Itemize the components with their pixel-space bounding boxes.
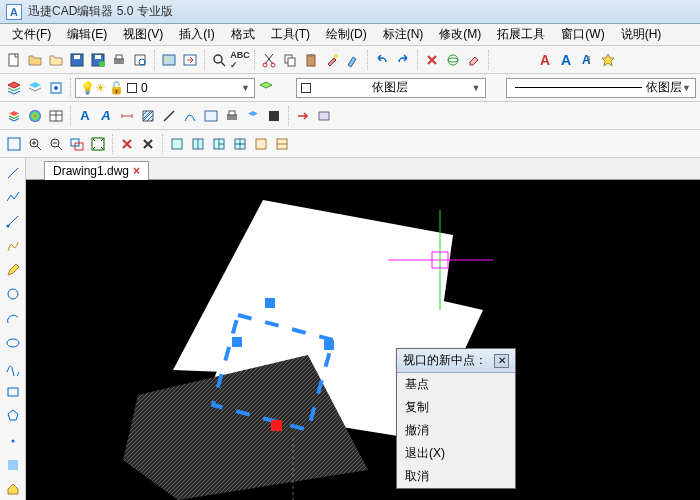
ellipse-button[interactable] bbox=[2, 333, 24, 354]
menu-edit[interactable]: 编辑(E) bbox=[59, 24, 115, 45]
zoom-in-button[interactable] bbox=[25, 134, 45, 154]
drawing-canvas[interactable]: 视口的新中点： ✕ 基点 复制 撤消 退出(X) 取消 bbox=[26, 180, 700, 500]
menu-window[interactable]: 窗口(W) bbox=[553, 24, 612, 45]
copy-button[interactable] bbox=[280, 50, 300, 70]
redo-button[interactable] bbox=[393, 50, 413, 70]
menu-file[interactable]: 文件(F) bbox=[4, 24, 59, 45]
arc-button[interactable] bbox=[2, 308, 24, 329]
linetype-selector[interactable]: 依图层 ▼ bbox=[506, 78, 696, 98]
cancel-button[interactable] bbox=[422, 50, 442, 70]
context-close-icon[interactable]: ✕ bbox=[494, 354, 509, 368]
tab-drawing1[interactable]: Drawing1.dwg × bbox=[44, 161, 149, 180]
attach-button[interactable] bbox=[314, 106, 334, 126]
new-file-button[interactable] bbox=[4, 50, 24, 70]
clean-button[interactable] bbox=[343, 50, 363, 70]
text-style-a-button[interactable]: A bbox=[535, 50, 555, 70]
block-button[interactable] bbox=[264, 106, 284, 126]
layer-selector[interactable]: 💡 ☀ 🔓 0 ▼ bbox=[75, 78, 255, 98]
menu-tools[interactable]: 工具(T) bbox=[263, 24, 318, 45]
rectangle-button[interactable] bbox=[2, 381, 24, 402]
point-button[interactable] bbox=[2, 430, 24, 451]
zoom-extents-button[interactable] bbox=[88, 134, 108, 154]
zoom-out-button[interactable] bbox=[46, 134, 66, 154]
undo-button[interactable] bbox=[372, 50, 392, 70]
annotation-button[interactable] bbox=[598, 50, 618, 70]
text-format-button[interactable]: A bbox=[577, 50, 597, 70]
zoom-window-button[interactable] bbox=[67, 134, 87, 154]
menu-modify[interactable]: 修改(M) bbox=[431, 24, 489, 45]
menu-extend[interactable]: 拓展工具 bbox=[489, 24, 553, 45]
menu-annotate[interactable]: 标注(N) bbox=[375, 24, 432, 45]
text-a-button[interactable]: A bbox=[75, 106, 95, 126]
text-b-button[interactable]: A bbox=[96, 106, 116, 126]
app-title: 迅捷CAD编辑器 5.0 专业版 bbox=[28, 3, 173, 20]
table-style-button[interactable] bbox=[201, 106, 221, 126]
solid-button[interactable] bbox=[2, 454, 24, 475]
arc-tool-button[interactable] bbox=[180, 106, 200, 126]
menu-insert[interactable]: 插入(I) bbox=[171, 24, 222, 45]
context-item-cancel[interactable]: 取消 bbox=[397, 465, 515, 488]
find-button[interactable] bbox=[209, 50, 229, 70]
text-style-b-button[interactable]: A bbox=[556, 50, 576, 70]
arrow-tool-button[interactable] bbox=[293, 106, 313, 126]
viewport-3-button[interactable] bbox=[209, 134, 229, 154]
menu-view[interactable]: 视图(V) bbox=[115, 24, 171, 45]
polyline-button[interactable] bbox=[2, 186, 24, 207]
close-tab-icon[interactable]: × bbox=[133, 164, 140, 178]
export-button[interactable] bbox=[180, 50, 200, 70]
print-preview-button[interactable] bbox=[130, 50, 150, 70]
line-button[interactable] bbox=[2, 162, 24, 183]
layer-filter-button[interactable] bbox=[257, 78, 275, 98]
match-properties-button[interactable] bbox=[322, 50, 342, 70]
context-item-undo[interactable]: 撤消 bbox=[397, 419, 515, 442]
zoom-all-button[interactable] bbox=[4, 134, 24, 154]
viewport-4-button[interactable] bbox=[230, 134, 250, 154]
layers-palette-button[interactable] bbox=[4, 106, 24, 126]
erase-button[interactable] bbox=[464, 50, 484, 70]
viewport-1-button[interactable] bbox=[167, 134, 187, 154]
context-item-basepoint[interactable]: 基点 bbox=[397, 373, 515, 396]
delete-button[interactable] bbox=[138, 134, 158, 154]
save-as-button[interactable] bbox=[88, 50, 108, 70]
spellcheck-button[interactable]: ABC✓ bbox=[230, 50, 250, 70]
viewport-config-button[interactable] bbox=[272, 134, 292, 154]
viewport-fit-button[interactable] bbox=[251, 134, 271, 154]
layer-isolate-button[interactable] bbox=[46, 78, 66, 98]
circle-button[interactable] bbox=[2, 284, 24, 305]
print-tool-button[interactable] bbox=[222, 106, 242, 126]
home-button[interactable] bbox=[2, 479, 24, 500]
color-selector[interactable]: 依图层 ▼ bbox=[296, 78, 486, 98]
line-tool-button[interactable] bbox=[159, 106, 179, 126]
context-item-copy[interactable]: 复制 bbox=[397, 396, 515, 419]
save-button[interactable] bbox=[67, 50, 87, 70]
menu-help[interactable]: 说明(H) bbox=[613, 24, 670, 45]
cut-button[interactable] bbox=[259, 50, 279, 70]
folder-button[interactable] bbox=[46, 50, 66, 70]
context-item-exit[interactable]: 退出(X) bbox=[397, 442, 515, 465]
menu-draw[interactable]: 绘制(D) bbox=[318, 24, 375, 45]
hatch-edit-button[interactable] bbox=[138, 106, 158, 126]
layer-tools-button[interactable] bbox=[243, 106, 263, 126]
dimension-button[interactable] bbox=[117, 106, 137, 126]
image-button[interactable] bbox=[159, 50, 179, 70]
pencil-button[interactable] bbox=[2, 259, 24, 280]
ray-button[interactable] bbox=[2, 211, 24, 232]
document-tabs: Drawing1.dwg × bbox=[26, 158, 700, 180]
layer-manager-button[interactable] bbox=[4, 78, 24, 98]
open-file-button[interactable] bbox=[25, 50, 45, 70]
close-all-button[interactable] bbox=[117, 134, 137, 154]
title-bar: A 迅捷CAD编辑器 5.0 专业版 bbox=[0, 0, 700, 24]
svg-rect-31 bbox=[229, 111, 235, 115]
spline-button[interactable] bbox=[2, 357, 24, 378]
viewport-2-button[interactable] bbox=[188, 134, 208, 154]
color-wheel-button[interactable] bbox=[25, 106, 45, 126]
paste-button[interactable] bbox=[301, 50, 321, 70]
svg-point-21 bbox=[448, 55, 458, 65]
layer-states-button[interactable] bbox=[25, 78, 45, 98]
polygon-button[interactable] bbox=[2, 406, 24, 427]
table-button[interactable] bbox=[46, 106, 66, 126]
freehand-button[interactable] bbox=[2, 235, 24, 256]
menu-format[interactable]: 格式 bbox=[223, 24, 263, 45]
orbit-button[interactable] bbox=[443, 50, 463, 70]
print-button[interactable] bbox=[109, 50, 129, 70]
